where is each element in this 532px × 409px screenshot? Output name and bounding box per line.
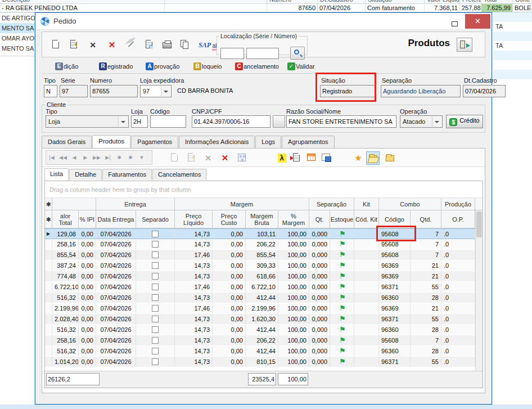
nav-arrow-icon[interactable]: ▶ bbox=[80, 151, 91, 164]
kit-structure-button[interactable] bbox=[235, 151, 249, 165]
column-header-pct_margem[interactable]: % Margem bbox=[278, 210, 309, 228]
separado-checkbox[interactable] bbox=[152, 305, 159, 312]
cnpj-field[interactable] bbox=[192, 115, 270, 128]
customize-asterisk-icon[interactable]: ✱ bbox=[45, 210, 52, 228]
remove-item-button[interactable]: ✕ bbox=[218, 151, 232, 165]
cancel-button[interactable]: ✕ bbox=[105, 39, 119, 51]
restore-button[interactable] bbox=[445, 14, 463, 29]
scrollbar-thumb[interactable] bbox=[476, 212, 482, 237]
customize-asterisk-icon[interactable]: ✱ bbox=[45, 198, 52, 210]
close-button[interactable]: ✕ bbox=[465, 14, 490, 29]
tab-produtos[interactable]: Produtos bbox=[92, 135, 130, 148]
tipo-field[interactable] bbox=[44, 85, 57, 97]
table-config-button[interactable] bbox=[319, 151, 332, 165]
table-row[interactable]: ▶129,080,0007/04/202614,730,00103,11100,… bbox=[45, 228, 483, 239]
list-item-selected[interactable]: MENTO SA bbox=[0, 23, 35, 33]
nav-asterisk-icon[interactable]: ✱ bbox=[114, 151, 125, 164]
loja-expedidora-select[interactable]: 97 bbox=[140, 85, 172, 97]
separado-checkbox[interactable] bbox=[152, 284, 159, 290]
new-item-button[interactable] bbox=[168, 151, 181, 165]
export-item-button[interactable] bbox=[290, 151, 303, 165]
column-header-op[interactable]: O.P. bbox=[441, 210, 475, 228]
favorite-button[interactable]: ★ bbox=[351, 151, 365, 165]
copy-button[interactable] bbox=[178, 39, 192, 51]
search-button[interactable] bbox=[290, 47, 305, 60]
tab-informacoes-adicionais[interactable]: Informações Adicionais bbox=[179, 136, 255, 148]
table-row[interactable]: 258,160,0007/04/202614,730,00206,22100,0… bbox=[45, 335, 483, 346]
column-header-data_entrega[interactable]: Data Entrega bbox=[96, 210, 136, 228]
nav-arrow-icon[interactable]: ▶| bbox=[102, 151, 114, 164]
column-header-ipi[interactable]: % IPI bbox=[79, 210, 96, 228]
separado-checkbox[interactable] bbox=[152, 337, 159, 344]
nav-asterisk-icon[interactable]: ✱ bbox=[125, 151, 136, 164]
vertical-scrollbar[interactable] bbox=[475, 210, 483, 371]
column-header-separado[interactable]: Separado bbox=[136, 210, 175, 228]
cnpj-lookup-button[interactable] bbox=[273, 115, 285, 128]
separacao-button[interactable]: λ bbox=[275, 151, 288, 165]
subtab-cancelamentos[interactable]: Cancelamentos bbox=[152, 169, 206, 180]
open-folder-button[interactable] bbox=[366, 151, 380, 165]
edit-item-button[interactable] bbox=[184, 151, 198, 165]
column-header-cod_kit[interactable]: Cód. Kit bbox=[354, 210, 379, 228]
margem-table-button[interactable] bbox=[304, 151, 318, 165]
separacao-field[interactable] bbox=[381, 85, 461, 97]
column-header-preco_liquido[interactable]: Preço Líquido bbox=[175, 210, 213, 228]
print-preview-button[interactable] bbox=[142, 39, 156, 51]
numero-field[interactable] bbox=[90, 85, 138, 97]
delete-button[interactable]: ✕ bbox=[86, 39, 100, 51]
tab-dados-gerais[interactable]: Dados Gerais bbox=[42, 136, 92, 148]
column-header-margem_bruta[interactable]: Margem Bruta bbox=[246, 210, 278, 228]
table-row[interactable]: 6.722,100,0007/04/202617,460,006.722,101… bbox=[45, 282, 483, 293]
razao-social-field[interactable] bbox=[286, 115, 396, 128]
serie-field[interactable] bbox=[60, 85, 88, 97]
process-wand-button[interactable] bbox=[124, 39, 138, 51]
list-item[interactable]: OMAR AYOU bbox=[0, 33, 35, 43]
cliente-codigo-field[interactable] bbox=[150, 115, 186, 128]
separado-checkbox[interactable] bbox=[152, 241, 159, 248]
table-row[interactable]: 516,320,0007/04/202614,730,00412,44100,0… bbox=[45, 346, 483, 357]
table-row[interactable]: 1.014,200,0007/04/202614,730,00810,15100… bbox=[45, 357, 483, 367]
subtab-detalhe[interactable]: Detalhe bbox=[69, 169, 102, 180]
new-document-button[interactable] bbox=[49, 39, 62, 51]
table-row[interactable]: 855,540,0007/04/202617,460,00855,54100,0… bbox=[45, 250, 483, 260]
separado-checkbox[interactable] bbox=[152, 316, 159, 322]
separado-checkbox[interactable] bbox=[152, 273, 159, 280]
table-row[interactable]: 2.028,400,0007/04/202614,730,001.620,301… bbox=[45, 314, 483, 325]
nav-arrow-icon[interactable]: ▶▶ bbox=[91, 151, 102, 164]
separado-checkbox[interactable] bbox=[152, 348, 159, 354]
nav-arrow-icon[interactable]: ◀ bbox=[69, 151, 80, 164]
serie-search-input[interactable] bbox=[220, 48, 244, 59]
column-header-valor_total[interactable]: alor Total bbox=[52, 210, 79, 228]
table-row[interactable]: 516,320,0007/04/202614,730,00412,44100,0… bbox=[45, 325, 483, 335]
separado-checkbox[interactable] bbox=[152, 262, 159, 269]
subtab-faturamentos[interactable]: Faturamentos bbox=[102, 169, 152, 180]
numero-search-input[interactable] bbox=[246, 48, 279, 59]
cliente-loja-field[interactable] bbox=[131, 115, 148, 128]
edit-document-button[interactable] bbox=[67, 39, 80, 51]
operacao-select[interactable]: Atacado bbox=[400, 115, 443, 128]
tab-pagamentos[interactable]: Pagamentos bbox=[131, 136, 178, 148]
nav-arrow-icon[interactable]: ◀◀ bbox=[57, 151, 69, 164]
folder-button[interactable] bbox=[383, 151, 396, 165]
title-bar[interactable]: Pedido ✕ bbox=[35, 13, 492, 30]
column-header-preco_custo[interactable]: Preço Custo bbox=[213, 210, 246, 228]
print-button[interactable] bbox=[160, 39, 174, 51]
exit-button[interactable] bbox=[457, 38, 472, 52]
list-item[interactable]: MENTO SA bbox=[0, 43, 35, 53]
tab-logs[interactable]: Logs bbox=[255, 136, 281, 148]
filter-icon[interactable]: ▼ bbox=[136, 151, 147, 164]
background-grid-row[interactable]: - RA GEEK PENEDO LTDA 87650 07/04/2026 C… bbox=[0, 4, 532, 12]
separado-checkbox[interactable] bbox=[152, 231, 159, 237]
delete-item-button[interactable]: ✕ bbox=[201, 151, 215, 165]
separado-checkbox[interactable] bbox=[152, 251, 159, 258]
column-header-qt[interactable]: Qt. bbox=[309, 210, 330, 228]
column-header-estoque[interactable]: Estoque bbox=[330, 210, 354, 228]
table-row[interactable]: 774,480,0007/04/202614,730,00618,66100,0… bbox=[45, 271, 483, 282]
list-item[interactable]: DE ARTIGOS bbox=[0, 13, 35, 23]
tab-agrupamentos[interactable]: Agrupamentos bbox=[282, 136, 335, 148]
separado-checkbox[interactable] bbox=[152, 326, 159, 333]
table-row[interactable]: 2.199,960,0007/04/202617,460,002.199,961… bbox=[45, 303, 483, 314]
nav-arrow-icon[interactable]: |◀ bbox=[46, 151, 57, 164]
groupby-bar[interactable]: Drag a column header here to group by th… bbox=[45, 181, 483, 198]
table-row[interactable]: 387,240,0007/04/202614,730,00309,33100,0… bbox=[45, 260, 483, 271]
